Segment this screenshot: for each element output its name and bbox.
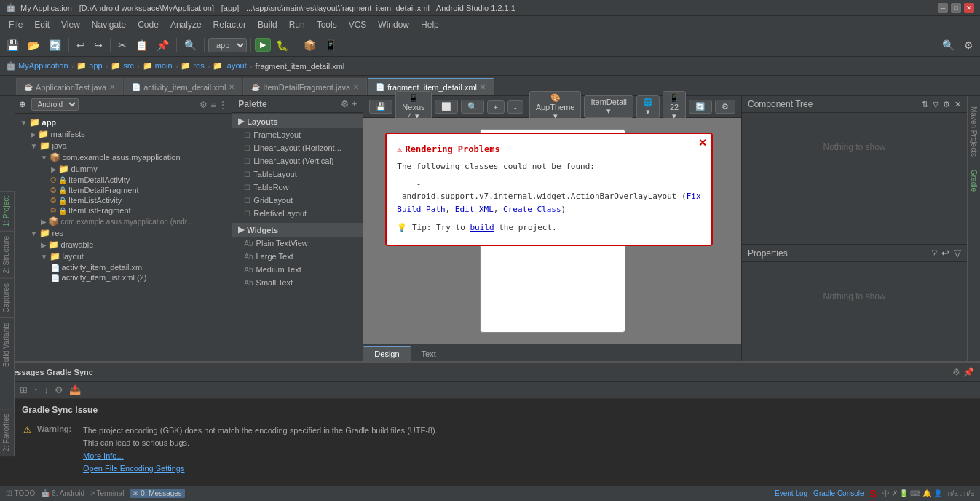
gradle-tab[interactable]: Gradle — [968, 165, 980, 196]
event-log-link[interactable]: Event Log — [775, 489, 807, 497]
settings-icon[interactable]: ⚙ — [943, 100, 950, 109]
tree-item-layout[interactable]: ▼ 📁 layout — [15, 250, 232, 262]
menu-refactor[interactable]: Refactor — [208, 18, 252, 31]
tab-itemdetailfragment[interactable]: ☕ ItemDetailFragment.java ✕ — [243, 78, 367, 95]
nav-main[interactable]: 📁 main — [143, 61, 173, 71]
palette-item-small-text[interactable]: Ab Small Text — [232, 276, 363, 289]
tree-item-app[interactable]: ▼ 📁 app — [15, 117, 232, 128]
tree-item-com-example[interactable]: ▼ 📦 com.example.asus.myapplication — [15, 151, 232, 163]
todo-tab[interactable]: ☑ TODO — [6, 489, 35, 497]
design-toolbar-activity[interactable]: ItemDetail ▾ — [584, 95, 633, 118]
sdk-manager[interactable]: 📦 — [300, 37, 320, 53]
palette-item-tablerow[interactable]: ☐ TableRow — [232, 181, 363, 194]
palette-add-icon[interactable]: + — [352, 99, 357, 109]
menu-tools[interactable]: Tools — [311, 18, 343, 31]
build-link[interactable]: build — [470, 223, 494, 232]
msg-export-btn[interactable]: 📤 — [68, 383, 82, 397]
palette-item-linearlayout-v[interactable]: ☐ LinearLayout (Vertical) — [232, 154, 363, 167]
menu-navigate[interactable]: Navigate — [86, 18, 132, 31]
design-toolbar-zoom-out[interactable]: - — [507, 100, 523, 114]
palette-item-plain-textview[interactable]: Ab Plain TextView — [232, 237, 363, 250]
search-everywhere[interactable]: 🔍 — [938, 37, 958, 53]
tree-item-java[interactable]: ▼ 📁 java — [15, 140, 232, 151]
msg-down-btn[interactable]: ↓ — [43, 383, 51, 397]
more-info-link[interactable]: More Info... — [83, 451, 124, 460]
filter-icon[interactable]: ▽ — [933, 100, 938, 109]
palette-item-relativelayout[interactable]: ☐ RelativeLayout — [232, 207, 363, 220]
bottom-settings-icon[interactable]: ⚙ — [952, 367, 960, 377]
tree-item-res[interactable]: ▼ 📁 res — [15, 227, 232, 239]
nav-layout[interactable]: 📁 layout — [213, 61, 246, 71]
maven-projects-tab[interactable]: Maven Projects — [968, 102, 980, 161]
design-toolbar-save[interactable]: 💾 — [369, 100, 392, 114]
menu-analyze[interactable]: Analyze — [165, 18, 208, 31]
android-tab[interactable]: 🤖 6: Android — [41, 489, 84, 497]
nav-src[interactable]: 📁 src — [111, 61, 134, 71]
design-toolbar-locale[interactable]: 🌐 ▾ — [636, 95, 660, 119]
left-vtab-favorites[interactable]: 2: Favorites — [0, 409, 14, 456]
terminal-tab[interactable]: > Terminal — [90, 489, 124, 497]
palette-section-widgets-header[interactable]: ▶ Widgets — [232, 223, 363, 237]
tree-item-itemlistactivity[interactable]: © 🔒 ItemListActivity — [15, 195, 232, 205]
toolbar-paste[interactable]: 📌 — [153, 37, 173, 53]
menu-code[interactable]: Code — [132, 18, 165, 31]
design-toolbar-refresh[interactable]: 🔄 — [689, 100, 712, 114]
left-vtab-structure[interactable]: 2: Structure — [0, 231, 14, 278]
msg-filter-btn[interactable]: ⚙ — [53, 383, 65, 397]
design-toolbar-fit[interactable]: ⬜ — [435, 100, 458, 114]
tab-close-fragment-item-detail[interactable]: ✕ — [480, 83, 486, 91]
close-button[interactable]: ✕ — [964, 3, 974, 13]
settings-icon[interactable]: ⋮ — [218, 100, 227, 110]
palette-settings-icon[interactable]: ⚙ — [341, 99, 349, 109]
left-vtab-buildvariants[interactable]: Build Variants — [0, 317, 14, 371]
nav-res[interactable]: 📁 res — [181, 61, 204, 71]
palette-item-large-text[interactable]: Ab Large Text — [232, 250, 363, 263]
avd-manager[interactable]: 📱 — [321, 37, 341, 53]
toolbar-new[interactable]: 💾 — [3, 37, 23, 53]
sort-icon[interactable]: ⇅ — [922, 100, 928, 109]
android-view-selector[interactable]: Android — [31, 98, 79, 111]
design-canvas[interactable]: ✕ ⚠ Rendering Problems The following cla… — [363, 118, 741, 344]
collapse-all-icon[interactable]: ≡ — [210, 100, 216, 110]
app-selector[interactable]: app — [208, 38, 247, 52]
menu-help[interactable]: Help — [415, 18, 445, 31]
left-vtab-captures[interactable]: Captures — [0, 278, 14, 317]
create-class-link[interactable]: Create Class — [503, 205, 561, 214]
debug-button[interactable]: 🐛 — [272, 37, 292, 53]
properties-question-icon[interactable]: ? — [932, 248, 937, 259]
menu-window[interactable]: Window — [372, 18, 415, 31]
properties-filter-icon[interactable]: ▽ — [954, 248, 961, 259]
msg-expand-btn[interactable]: ⊞ — [18, 383, 29, 397]
rendering-problems-close[interactable]: ✕ — [698, 137, 707, 149]
maximize-button[interactable]: □ — [951, 3, 961, 13]
toolbar-sync[interactable]: 🔄 — [45, 37, 65, 53]
gradle-console-link[interactable]: Gradle Console — [813, 489, 864, 497]
minimize-button[interactable]: ─ — [938, 3, 948, 13]
tab-activity-item-detail[interactable]: 📄 activity_item_detail.xml ✕ — [124, 78, 242, 95]
design-toolbar-settings2[interactable]: ⚙ — [715, 100, 735, 114]
tab-close-itemdetailfragment[interactable]: ✕ — [353, 83, 359, 91]
menu-view[interactable]: View — [55, 18, 86, 31]
toolbar-settings[interactable]: ⚙ — [960, 37, 977, 53]
tree-item-drawable[interactable]: ▶ 📁 drawable — [15, 239, 232, 250]
menu-edit[interactable]: Edit — [28, 18, 55, 31]
menu-file[interactable]: File — [3, 18, 28, 31]
menu-run[interactable]: Run — [283, 18, 311, 31]
toolbar-redo[interactable]: ↪ — [90, 37, 106, 53]
left-vtab-project[interactable]: 1: Project — [0, 191, 14, 231]
tab-text[interactable]: Text — [411, 346, 447, 361]
tab-close-application-test[interactable]: ✕ — [109, 83, 115, 91]
palette-item-gridlayout[interactable]: ☐ GridLayout — [232, 194, 363, 207]
tree-item-com-example-andr[interactable]: ▶ 📦 com.example.asus.myapplication (andr… — [15, 216, 232, 227]
nav-app[interactable]: 📁 app — [76, 61, 102, 71]
tree-item-itemdetailactivity[interactable]: © 🔒 ItemDetailActivity — [15, 175, 232, 185]
design-toolbar-zoom[interactable]: 🔍 — [461, 100, 484, 114]
menu-build[interactable]: Build — [252, 18, 283, 31]
toolbar-undo[interactable]: ↩ — [73, 37, 89, 53]
tab-close-activity-item-detail[interactable]: ✕ — [229, 83, 234, 91]
palette-item-framelayout[interactable]: ☐ FrameLayout — [232, 128, 363, 141]
messages-tab[interactable]: ✉ 0: Messages — [130, 489, 184, 498]
nav-myapp[interactable]: 🤖 MyApplication — [6, 61, 68, 71]
close-panel-icon[interactable]: ✕ — [955, 100, 961, 109]
design-toolbar-zoom-in[interactable]: + — [487, 100, 505, 114]
